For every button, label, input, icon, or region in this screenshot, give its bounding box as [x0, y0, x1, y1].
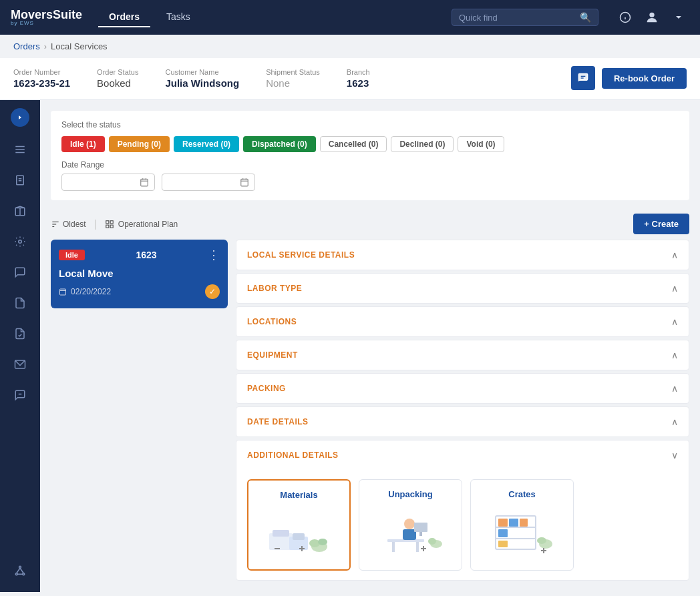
user-icon — [645, 10, 659, 25]
nav-tasks[interactable]: Tasks — [156, 7, 201, 27]
badge-void[interactable]: Void (0) — [458, 136, 504, 152]
info-icon-button[interactable] — [615, 7, 636, 28]
svg-rect-56 — [414, 523, 427, 532]
section-locations-title: LOCATIONS — [247, 317, 297, 326]
nav-links: Orders Tasks — [98, 7, 435, 27]
svg-point-15 — [19, 240, 22, 244]
section-additional-details-header[interactable]: ADDITIONAL DETAILS ∨ — [236, 440, 689, 470]
svg-rect-69 — [498, 541, 508, 547]
chevron-down-icon — [675, 13, 683, 21]
user-icon-button[interactable] — [641, 7, 663, 28]
sidebar-item-network[interactable] — [7, 557, 33, 584]
section-labor-type-header[interactable]: LABOR TYPE ∧ — [236, 274, 689, 303]
badge-declined[interactable]: Declined (0) — [391, 136, 454, 152]
nav-icons — [615, 7, 689, 28]
section-equipment-chevron: ∧ — [671, 350, 678, 360]
badge-pending[interactable]: Pending (0) — [109, 136, 170, 152]
sidebar-item-clipboard[interactable] — [7, 167, 33, 194]
shipment-status-field: Shipment Status None — [266, 68, 320, 89]
card-options-button[interactable]: ⋮ — [208, 248, 220, 262]
svg-rect-38 — [110, 225, 113, 228]
search-box[interactable]: 🔍 — [452, 9, 598, 26]
order-number-value: 1623-235-21 — [13, 77, 70, 89]
customer-name-value: Julia Windsong — [165, 77, 239, 89]
card-check-icon: ✓ — [205, 284, 220, 299]
status-filter-label: Select the status — [61, 120, 679, 129]
gear-icon — [14, 236, 26, 248]
section-locations-header[interactable]: LOCATIONS ∧ — [236, 307, 689, 336]
svg-rect-73 — [543, 548, 544, 553]
svg-point-3 — [649, 13, 654, 17]
card-date-value: 02/20/2022 — [71, 287, 111, 296]
svg-rect-65 — [498, 519, 508, 527]
grid-icon — [105, 220, 114, 229]
sidebar-item-doc[interactable] — [7, 290, 33, 316]
logo-name: MoversSuite — [11, 9, 82, 21]
svg-rect-39 — [60, 289, 66, 295]
addon-cards: Materials — [236, 470, 689, 580]
toolbar-separator: | — [94, 218, 97, 230]
svg-line-21 — [17, 568, 20, 573]
sidebar-item-mail[interactable] — [7, 351, 33, 378]
section-equipment-header[interactable]: EQUIPMENT ∧ — [236, 340, 689, 370]
comment-icon — [14, 266, 26, 278]
svg-point-54 — [404, 519, 415, 529]
sidebar-item-check-doc[interactable] — [7, 320, 33, 347]
badge-idle[interactable]: Idle (1) — [61, 136, 105, 152]
addon-materials-title: Materials — [258, 490, 340, 500]
breadcrumb-parent[interactable]: Orders — [13, 41, 40, 51]
addon-materials-illustration — [258, 507, 340, 560]
svg-rect-57 — [419, 532, 422, 536]
sidebar-item-message[interactable] — [7, 382, 33, 408]
sidebar-toggle-button[interactable] — [11, 108, 29, 127]
badge-dispatched[interactable]: Dispatched (0) — [243, 136, 316, 152]
date-range — [61, 174, 679, 191]
section-additional-details-chevron: ∨ — [671, 450, 678, 461]
badge-reserved[interactable]: Reserved (0) — [174, 136, 239, 152]
search-input[interactable] — [459, 13, 576, 23]
addon-card-materials[interactable]: Materials — [247, 479, 351, 571]
section-date-details-header[interactable]: DATE DETAILS ∧ — [236, 407, 689, 436]
order-card[interactable]: Idle 1623 ⋮ Local Move 02/20/2022 ✓ — [51, 240, 228, 308]
addon-unpacking-title: Unpacking — [369, 489, 452, 499]
sidebar-item-box[interactable] — [7, 198, 33, 224]
date-end-input[interactable] — [162, 174, 255, 191]
addon-card-unpacking[interactable]: Unpacking — [359, 479, 462, 571]
svg-rect-44 — [293, 533, 305, 540]
sort-icon — [51, 220, 60, 229]
calendar-icon — [140, 178, 149, 187]
svg-rect-48 — [275, 548, 280, 549]
order-header-actions: Re-book Order — [571, 66, 687, 90]
svg-rect-42 — [273, 530, 289, 537]
section-local-service: LOCAL SERVICE DETAILS ∧ — [236, 240, 689, 270]
create-button[interactable]: + Create — [633, 214, 689, 234]
sidebar-item-chat[interactable] — [7, 259, 33, 286]
badge-cancelled[interactable]: Cancelled (0) — [320, 136, 387, 152]
svg-point-71 — [537, 537, 546, 544]
section-locations: LOCATIONS ∧ — [236, 306, 689, 337]
sort-button[interactable]: Oldest — [51, 220, 86, 229]
order-number-field: Order Number 1623-235-21 — [13, 68, 70, 89]
shipment-status-label: Shipment Status — [266, 68, 320, 76]
left-sidebar — [0, 100, 40, 592]
section-packing-header[interactable]: PACKING ∧ — [236, 374, 689, 403]
section-local-service-header[interactable]: LOCAL SERVICE DETAILS ∧ — [236, 240, 689, 270]
branch-field: Branch 1623 — [347, 68, 370, 89]
section-labor-type-title: LABOR TYPE — [247, 284, 302, 293]
sidebar-item-settings[interactable] — [7, 228, 33, 255]
rebook-order-button[interactable]: Re-book Order — [602, 68, 687, 89]
operational-plan-button[interactable]: Operational Plan — [105, 220, 178, 229]
svg-rect-53 — [416, 542, 419, 552]
message-square-button[interactable] — [571, 66, 595, 90]
sidebar-item-list[interactable] — [7, 136, 33, 163]
date-start-input[interactable] — [61, 174, 155, 191]
section-local-service-title: LOCAL SERVICE DETAILS — [247, 250, 355, 260]
card-title: Local Move — [59, 268, 220, 279]
dropdown-arrow-button[interactable] — [668, 7, 689, 28]
addon-card-crates[interactable]: Crates — [470, 479, 574, 571]
svg-rect-66 — [509, 519, 518, 527]
box-icon — [14, 205, 26, 217]
svg-line-22 — [20, 568, 23, 573]
section-additional-details-title: ADDITIONAL DETAILS — [247, 451, 339, 460]
nav-orders[interactable]: Orders — [98, 7, 150, 27]
